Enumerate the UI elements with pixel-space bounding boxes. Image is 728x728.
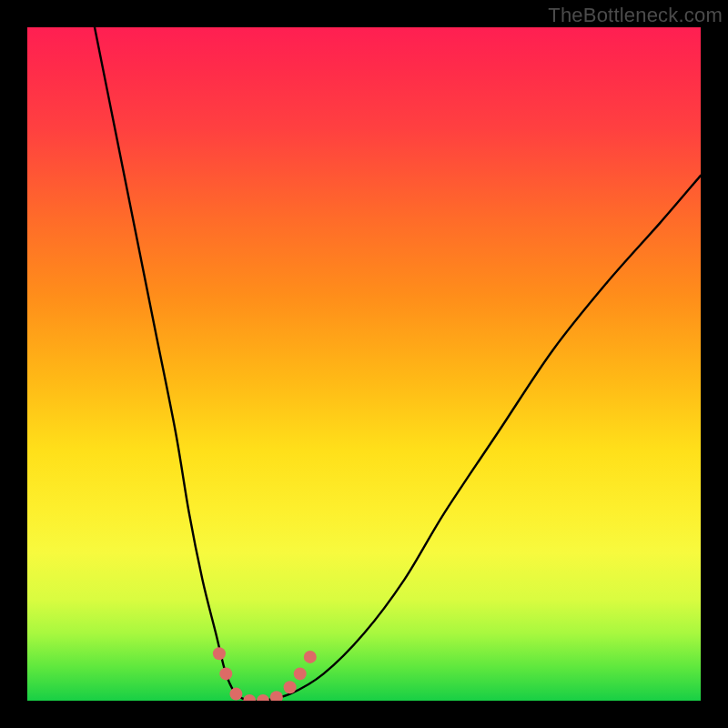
plot-area <box>27 27 701 701</box>
marker-dot <box>219 667 232 680</box>
marker-dot <box>294 667 307 680</box>
marker-dots-group <box>213 647 317 701</box>
marker-dot <box>270 691 283 701</box>
watermark-text: TheBottleneck.com <box>548 4 723 27</box>
marker-dot <box>304 651 317 663</box>
marker-dot <box>243 694 256 701</box>
curve-svg <box>27 27 701 701</box>
marker-dot <box>257 694 269 701</box>
marker-dot <box>284 681 297 693</box>
chart-container: TheBottleneck.com <box>0 0 728 728</box>
mismatch-curve-path <box>95 27 701 701</box>
marker-dot <box>213 647 226 660</box>
marker-dot <box>229 688 242 701</box>
